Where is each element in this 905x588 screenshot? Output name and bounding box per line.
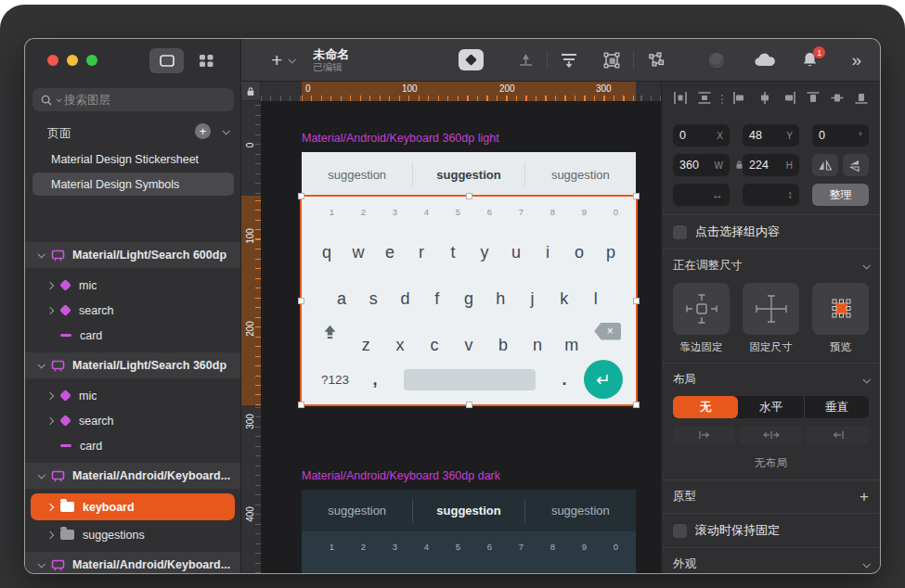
grid-view-icon [199,54,214,68]
vertical-ruler[interactable]: 0 100 200 300 400 [241,101,261,573]
resize-width-field[interactable]: ↔ [673,184,730,206]
arrange-center-button[interactable] [740,426,802,444]
selection-handle-n[interactable] [466,193,472,199]
pin-to-edge-option[interactable] [673,283,730,335]
use-as-mask-button[interactable] [517,52,535,68]
expand-chevron-icon[interactable] [46,281,54,288]
fixed-size-option[interactable] [743,283,799,335]
layer-shape-card[interactable]: card [25,433,240,458]
resize-height-field[interactable]: ↕ [743,184,799,206]
fix-on-scroll-checkbox[interactable] [673,524,687,538]
canvas-viewport[interactable]: Material/Android/Keyboard 360dp light su… [261,101,661,573]
align-center-h-button[interactable] [757,91,772,108]
layer-group-keyboard-selected[interactable]: keyboard [31,493,235,520]
collapse-chevron-icon[interactable] [862,560,870,568]
create-symbol-button[interactable] [459,49,484,70]
select-group-content-checkbox[interactable] [673,225,687,239]
arrange-right-button[interactable] [807,426,869,444]
distribute-vertical-button[interactable] [697,91,712,108]
canvas-area[interactable]: 0 100 200 300 0 100 200 300 400 Material… [241,82,661,573]
rotate-copies-button[interactable] [707,51,726,70]
align-left-button[interactable] [732,91,747,108]
document-title: 未命名 [313,48,349,61]
layer-group-suggestions[interactable]: suggestions [25,522,240,547]
align-bottom-button[interactable] [854,91,869,108]
page-item-stickersheet[interactable]: Material Design Stickersheet [32,147,234,171]
divider [662,249,880,249]
expand-chevron-icon[interactable] [37,361,45,368]
expand-chevron-icon[interactable] [46,503,54,510]
shape-icon [60,444,71,448]
ruler-lock-cell[interactable] [241,82,261,101]
expand-chevron-icon[interactable] [37,471,45,479]
tidy-button[interactable]: 整理 [812,184,869,206]
align-right-button[interactable] [782,91,796,108]
layer-symbol-mic[interactable]: mic [25,273,240,298]
align-top-button[interactable] [806,91,821,108]
page-item-symbols[interactable]: Material Design Symbols [32,173,234,196]
cloud-share-button[interactable] [754,52,777,69]
expand-chevron-icon[interactable] [46,391,54,399]
layer-shape-card[interactable]: card [25,323,240,348]
height-field[interactable]: 224H [743,154,799,176]
y-position-field[interactable]: 48Y [743,124,799,147]
selection-outline[interactable] [300,195,638,406]
artboard-title-light[interactable]: Material/Android/Keyboard 360dp light [302,132,499,145]
arrange-left-button[interactable] [673,426,735,444]
search-input[interactable] [64,94,203,107]
notifications-button[interactable]: 1 [801,51,819,69]
selection-handle-w[interactable] [298,298,304,304]
selection-handle-se[interactable] [633,402,640,408]
layer-artboard-search-360[interactable]: Material/Light/Search 360dp [25,352,240,378]
expand-chevron-icon[interactable] [37,250,45,258]
horizontal-ruler[interactable]: 0 100 200 300 [261,82,661,101]
zoom-button[interactable] [86,55,97,66]
layer-search-field[interactable] [32,88,234,111]
x-position-field[interactable]: 0X [673,124,730,147]
artboard-keyboard-dark[interactable]: suggestion suggestion suggestion 1q2w3e4… [302,490,636,573]
toolbar-overflow-button[interactable]: » [851,50,861,70]
flip-horizontal-button[interactable] [812,154,838,176]
pages-collapse-chevron-icon[interactable] [222,127,229,134]
edit-frame-button[interactable] [602,52,621,69]
width-field[interactable]: 360W [673,154,730,176]
layout-none-segment[interactable]: 无 [673,396,738,418]
preview-option[interactable] [812,283,869,335]
selection-handle-ne[interactable] [633,193,640,199]
layer-artboard-keyboard-light[interactable]: Material/Android/Keyboard... [25,463,240,489]
layer-artboard-search-600[interactable]: Material/Light/Search 600dp [25,242,240,268]
minimize-button[interactable] [67,55,78,66]
distribute-button[interactable] [560,52,578,69]
add-prototype-button[interactable]: + [860,492,869,503]
add-page-button[interactable]: + [195,123,211,139]
layer-symbol-search[interactable]: search [25,408,240,433]
layout-vertical-segment[interactable]: 垂直 [804,396,869,418]
selection-handle-e[interactable] [633,298,640,304]
close-button[interactable] [47,55,58,66]
selection-handle-sw[interactable] [298,402,304,408]
search-scope-chevron-icon[interactable] [57,96,62,102]
artboard-title-dark[interactable]: Material/Android/Keyboard 360dp dark [302,469,500,482]
expand-chevron-icon[interactable] [46,306,54,313]
layer-artboard-keyboard-dark[interactable]: Material/Android/Keyboard... [25,552,240,573]
expand-chevron-icon[interactable] [46,416,54,424]
selection-handle-s[interactable] [466,402,472,408]
layer-symbol-search[interactable]: search [25,298,240,323]
expand-chevron-icon[interactable] [46,530,54,538]
aspect-lock-icon[interactable] [735,160,743,173]
components-view-toggle[interactable] [189,48,224,73]
flip-vertical-button[interactable] [843,154,869,176]
preview-label: 预览 [812,340,869,354]
insert-button[interactable]: + [271,51,294,70]
edit-vector-button[interactable] [646,51,666,69]
canvas-view-toggle[interactable] [149,48,184,73]
layout-horizontal-segment[interactable]: 水平 [738,396,803,418]
distribute-horizontal-button[interactable] [673,91,688,108]
expand-chevron-icon[interactable] [37,560,45,568]
rotation-field[interactable]: 0° [812,124,869,147]
collapse-chevron-icon[interactable] [862,262,870,269]
align-middle-v-button[interactable] [830,91,845,108]
layer-symbol-mic[interactable]: mic [25,383,240,408]
collapse-chevron-icon[interactable] [862,376,870,383]
selection-handle-nw[interactable] [298,193,304,199]
